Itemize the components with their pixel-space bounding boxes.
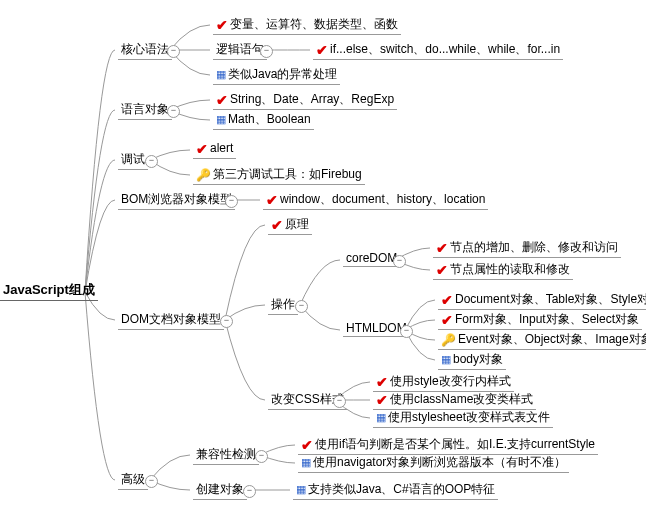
leaf-css3[interactable]: ▦使用stylesheet改变样式表文件 xyxy=(373,408,553,428)
expander[interactable]: − xyxy=(295,300,308,313)
grid-icon: ▦ xyxy=(296,483,306,496)
label: 使用stylesheet改变样式表文件 xyxy=(388,410,550,424)
leaf-css1[interactable]: ✔使用style改变行内样式 xyxy=(373,372,514,392)
expander[interactable]: − xyxy=(260,45,273,58)
check-icon: ✔ xyxy=(441,292,453,308)
node-compat[interactable]: 兼容性检测 xyxy=(193,445,259,465)
leaf-html1[interactable]: ✔Document对象、Table对象、Style对象 xyxy=(438,290,646,310)
label: 使用navigator对象判断浏览器版本（有时不准） xyxy=(313,455,566,469)
label: String、Date、Array、RegExp xyxy=(230,92,394,106)
expander[interactable]: − xyxy=(220,315,233,328)
expander[interactable]: − xyxy=(243,485,256,498)
label: 支持类似Java、C#语言的OOP特征 xyxy=(308,482,495,496)
leaf-lang-b[interactable]: ▦Math、Boolean xyxy=(213,110,314,130)
check-icon: ✔ xyxy=(436,262,448,278)
leaf-exception[interactable]: ▦类似Java的异常处理 xyxy=(213,65,340,85)
label: body对象 xyxy=(453,352,503,366)
grid-icon: ▦ xyxy=(441,353,451,366)
leaf-principle[interactable]: ✔原理 xyxy=(268,215,312,235)
check-icon: ✔ xyxy=(266,192,278,208)
leaf-create1[interactable]: ▦支持类似Java、C#语言的OOP特征 xyxy=(293,480,498,500)
node-advanced[interactable]: 高级 xyxy=(118,470,148,490)
grid-icon: ▦ xyxy=(376,411,386,424)
label: 使用if语句判断是否某个属性。如I.E.支持currentStyle xyxy=(315,437,595,451)
label: if...else、switch、do...while、while、for...… xyxy=(330,42,560,56)
expander[interactable]: − xyxy=(255,450,268,463)
node-op[interactable]: 操作 xyxy=(268,295,298,315)
expander[interactable]: − xyxy=(333,395,346,408)
node-create[interactable]: 创建对象 xyxy=(193,480,247,500)
label: Form对象、Input对象、Select对象 xyxy=(455,312,639,326)
check-icon: ✔ xyxy=(216,92,228,108)
expander[interactable]: − xyxy=(167,45,180,58)
label: Event对象、Object对象、Image对象 xyxy=(458,332,646,346)
label: 类似Java的异常处理 xyxy=(228,67,337,81)
leaf-html4[interactable]: ▦body对象 xyxy=(438,350,506,370)
expander[interactable]: − xyxy=(393,255,406,268)
leaf-html2[interactable]: ✔Form对象、Input对象、Select对象 xyxy=(438,310,642,330)
leaf-basics[interactable]: ✔变量、运算符、数据类型、函数 xyxy=(213,15,401,35)
label: 使用style改变行内样式 xyxy=(390,374,511,388)
leaf-core2[interactable]: ✔节点属性的读取和修改 xyxy=(433,260,573,280)
check-icon: ✔ xyxy=(436,240,448,256)
expander[interactable]: − xyxy=(145,155,158,168)
expander[interactable]: − xyxy=(225,195,238,208)
label: alert xyxy=(210,141,233,155)
leaf-alert[interactable]: ✔alert xyxy=(193,140,236,159)
leaf-firebug[interactable]: 🔑第三方调试工具：如Firebug xyxy=(193,165,365,185)
key-icon: 🔑 xyxy=(196,168,211,182)
root-node[interactable]: JavaScript组成 xyxy=(0,280,98,301)
node-logic[interactable]: 逻辑语句 xyxy=(213,40,267,60)
node-core-syntax[interactable]: 核心语法 xyxy=(118,40,172,60)
check-icon: ✔ xyxy=(376,374,388,390)
check-icon: ✔ xyxy=(196,141,208,157)
label: 第三方调试工具：如Firebug xyxy=(213,167,362,181)
leaf-css2[interactable]: ✔使用className改变类样式 xyxy=(373,390,536,410)
label: window、document、history、location xyxy=(280,192,485,206)
leaf-compat1[interactable]: ✔使用if语句判断是否某个属性。如I.E.支持currentStyle xyxy=(298,435,598,455)
label: 节点的增加、删除、修改和访问 xyxy=(450,240,618,254)
leaf-compat2[interactable]: ▦使用navigator对象判断浏览器版本（有时不准） xyxy=(298,453,569,473)
label: 节点属性的读取和修改 xyxy=(450,262,570,276)
expander[interactable]: − xyxy=(400,325,413,338)
leaf-flow[interactable]: ✔if...else、switch、do...while、while、for..… xyxy=(313,40,563,60)
leaf-bom-items[interactable]: ✔window、document、history、location xyxy=(263,190,488,210)
check-icon: ✔ xyxy=(316,42,328,58)
node-lang-objects[interactable]: 语言对象 xyxy=(118,100,172,120)
grid-icon: ▦ xyxy=(301,456,311,469)
key-icon: 🔑 xyxy=(441,333,456,347)
leaf-core1[interactable]: ✔节点的增加、删除、修改和访问 xyxy=(433,238,621,258)
label: Math、Boolean xyxy=(228,112,311,126)
leaf-html3[interactable]: 🔑Event对象、Object对象、Image对象 xyxy=(438,330,646,350)
label: 变量、运算符、数据类型、函数 xyxy=(230,17,398,31)
check-icon: ✔ xyxy=(216,17,228,33)
check-icon: ✔ xyxy=(441,312,453,328)
expander[interactable]: − xyxy=(145,475,158,488)
label: 原理 xyxy=(285,217,309,231)
expander[interactable]: − xyxy=(167,105,180,118)
label: 使用className改变类样式 xyxy=(390,392,533,406)
node-coredom[interactable]: coreDOM xyxy=(343,250,400,267)
check-icon: ✔ xyxy=(376,392,388,408)
grid-icon: ▦ xyxy=(216,113,226,126)
node-dom[interactable]: DOM文档对象模型 xyxy=(118,310,224,330)
label: Document对象、Table对象、Style对象 xyxy=(455,292,646,306)
check-icon: ✔ xyxy=(301,437,313,453)
check-icon: ✔ xyxy=(271,217,283,233)
grid-icon: ▦ xyxy=(216,68,226,81)
node-debug[interactable]: 调试 xyxy=(118,150,148,170)
leaf-lang-a[interactable]: ✔String、Date、Array、RegExp xyxy=(213,90,397,110)
node-bom[interactable]: BOM浏览器对象模型 xyxy=(118,190,235,210)
